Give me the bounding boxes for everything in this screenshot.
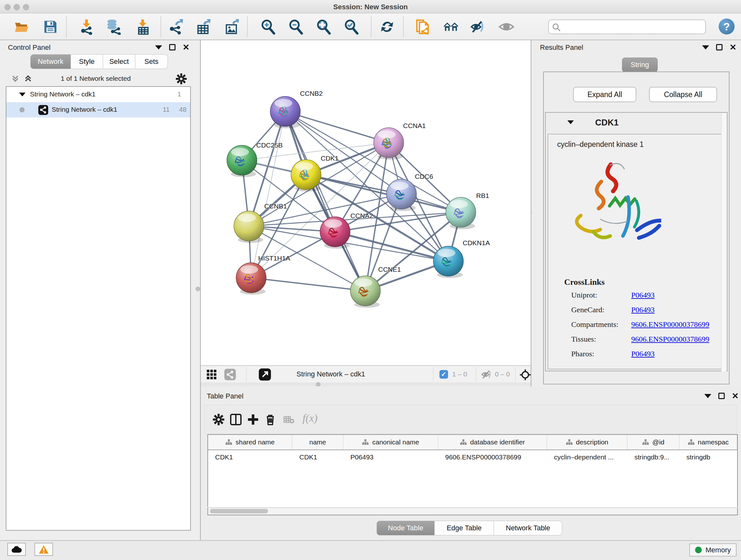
table-cell[interactable]: CDK1: [208, 450, 292, 464]
results-panel-float-icon[interactable]: [716, 44, 723, 51]
collection-expand-icon[interactable]: [19, 92, 25, 97]
table-cell[interactable]: 9606.ENSP00000378699: [438, 450, 547, 464]
crosslink-label: Pharos:: [571, 350, 594, 358]
import-network-database-icon[interactable]: [105, 19, 121, 35]
column-header-canonical-name[interactable]: canonical name: [343, 435, 438, 449]
tab-string[interactable]: String: [622, 57, 658, 72]
network-node-cdk1[interactable]: [291, 160, 321, 192]
network-node-ccna1[interactable]: [374, 128, 404, 160]
network-node-cdc6[interactable]: [387, 179, 416, 211]
column-header-shared-name[interactable]: shared name: [208, 435, 292, 449]
column-header-description[interactable]: description: [547, 435, 627, 449]
splitter-handle[interactable]: [316, 382, 320, 387]
table-panel-float-icon[interactable]: [718, 393, 725, 399]
cloud-button[interactable]: [7, 543, 26, 556]
network-collection-row[interactable]: String Network – cdk1 1: [6, 87, 190, 102]
import-table-icon[interactable]: [135, 19, 151, 35]
tab-edge-table[interactable]: Edge Table: [434, 521, 494, 536]
table-options-gear-icon[interactable]: [212, 414, 225, 426]
show-columns-icon[interactable]: [230, 414, 242, 426]
export-image-icon[interactable]: [224, 19, 240, 35]
table-cell[interactable]: stringdb:9...: [627, 450, 679, 464]
table-row[interactable]: CDK1CDK1P064939606.ENSP00000378699cyclin…: [208, 450, 737, 464]
import-network-file-icon[interactable]: [78, 19, 94, 35]
homes-icon[interactable]: [443, 19, 459, 35]
collapse-all-button[interactable]: Collapse All: [649, 87, 717, 102]
network-node-cdkn1a[interactable]: [433, 246, 463, 278]
tab-sets[interactable]: Sets: [135, 54, 168, 69]
tab-node-table[interactable]: Node Table: [377, 521, 434, 536]
gene-section-header[interactable]: CDK1: [546, 113, 727, 133]
crosslink-link[interactable]: 9606.ENSP00000378699: [631, 320, 710, 329]
tab-network[interactable]: Network: [30, 54, 71, 69]
column-header--id[interactable]: @id: [627, 435, 679, 449]
table-panel-close-icon[interactable]: ✕: [732, 393, 739, 399]
crosslink-link[interactable]: P06493: [631, 350, 655, 358]
node-table[interactable]: shared namenamecanonical namedatabase id…: [207, 434, 738, 507]
save-session-icon[interactable]: [43, 19, 58, 35]
tab-style[interactable]: Style: [71, 54, 103, 69]
open-in-window-icon[interactable]: [259, 368, 271, 381]
column-header-name[interactable]: name: [292, 435, 343, 449]
splitter-handle[interactable]: [196, 287, 200, 291]
selected-items-checkbox[interactable]: ✓: [440, 370, 448, 379]
table-cell[interactable]: cyclin–dependent ...: [547, 450, 627, 464]
tab-select[interactable]: Select: [103, 54, 135, 69]
control-panel-float-icon[interactable]: [169, 44, 176, 51]
network-options-gear-icon[interactable]: [176, 73, 187, 84]
column-header-database-identifier[interactable]: database identifier: [438, 435, 547, 449]
delete-column-icon[interactable]: [264, 414, 276, 426]
network-node-hist1h1a[interactable]: [236, 263, 266, 295]
zoom-selected-icon[interactable]: [343, 19, 359, 35]
memory-button[interactable]: Memory: [689, 543, 737, 557]
grid-view-icon[interactable]: [206, 369, 217, 380]
network-node-ccna2[interactable]: [320, 217, 350, 249]
network-node-rb1[interactable]: [446, 197, 476, 229]
warnings-button[interactable]: [35, 543, 53, 556]
control-panel-collapse-icon[interactable]: [155, 45, 162, 50]
search-box[interactable]: [548, 19, 706, 34]
results-scrollbar[interactable]: [721, 113, 726, 371]
zoom-in-icon[interactable]: [260, 19, 276, 35]
string-network-graph[interactable]: CCNB2CCNA1CDC25BCDK1CDC6RB1CCNB1CCNA2CDK…: [201, 40, 531, 365]
add-column-icon[interactable]: [247, 414, 259, 426]
network-node-ccnb1[interactable]: [234, 211, 264, 243]
selected-node-edge-count: 1 – 0: [452, 370, 467, 378]
network-node-cdc25b[interactable]: [227, 145, 257, 177]
column-header-label: @id: [652, 438, 664, 446]
birds-eye-view-icon[interactable]: [519, 369, 531, 381]
crosslink-link[interactable]: 9606.ENSP00000378699: [631, 335, 710, 344]
crosslink-link[interactable]: P06493: [631, 291, 655, 300]
network-view-icon[interactable]: [224, 369, 236, 380]
results-panel-close-icon[interactable]: ✕: [730, 44, 737, 51]
show-graphics-details-icon[interactable]: [498, 19, 515, 35]
tab-network-table[interactable]: Network Table: [494, 521, 562, 536]
table-cell[interactable]: P06493: [343, 450, 438, 464]
crosslink-link[interactable]: P06493: [631, 306, 655, 314]
results-panel-collapse-icon[interactable]: [702, 45, 709, 50]
control-panel-close-icon[interactable]: ✕: [183, 44, 190, 51]
export-table-icon[interactable]: [195, 19, 211, 35]
help-button[interactable]: ?: [719, 18, 735, 35]
zoom-out-icon[interactable]: [288, 19, 304, 35]
column-header-namespac[interactable]: namespac: [679, 435, 737, 449]
table-cell[interactable]: stringdb: [679, 450, 737, 464]
gene-section-expand-icon[interactable]: [567, 120, 574, 124]
open-session-icon[interactable]: [14, 19, 30, 35]
network-row[interactable]: String Network – cdk1 11 48: [6, 102, 190, 118]
refresh-icon[interactable]: [379, 19, 395, 35]
table-hscrollbar-thumb[interactable]: [210, 509, 268, 513]
clone-network-icon[interactable]: [415, 19, 431, 35]
table-cell[interactable]: CDK1: [292, 450, 343, 464]
network-canvas[interactable]: CCNB2CCNA1CDC25BCDK1CDC6RB1CCNB1CCNA2CDK…: [201, 40, 531, 365]
table-toolbar: f(x): [205, 405, 737, 434]
zoom-fit-icon[interactable]: [316, 19, 332, 35]
search-input[interactable]: [563, 21, 701, 32]
expand-all-button[interactable]: Expand All: [573, 87, 636, 102]
table-panel-collapse-icon[interactable]: [704, 394, 711, 398]
table-hscrollbar[interactable]: [207, 508, 738, 515]
hide-graphics-details-icon[interactable]: [470, 19, 486, 35]
export-network-icon[interactable]: [168, 19, 184, 35]
network-node-ccne1[interactable]: [350, 276, 381, 308]
panel-divider[interactable]: [531, 40, 531, 386]
